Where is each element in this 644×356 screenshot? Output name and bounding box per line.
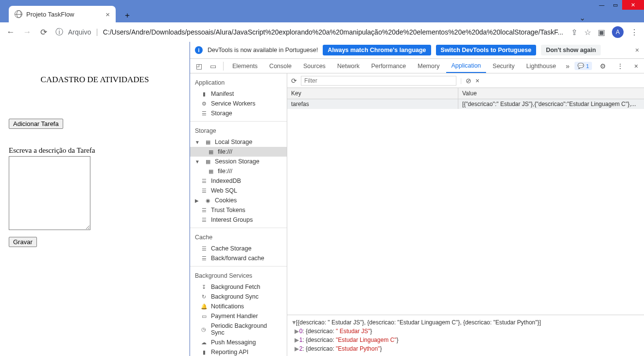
application-sidebar: Application ▮Manifest ⚙Service Workers ☰…: [190, 73, 287, 356]
tabs-chevron-icon[interactable]: ⌄: [579, 14, 586, 22]
textarea-label: Escreva a descrição da Tarefa: [9, 146, 181, 155]
reload-button[interactable]: ⟳: [39, 27, 49, 37]
device-toolbar-icon[interactable]: ▭: [207, 62, 219, 70]
storage-row[interactable]: tarefas [{"descricao":" Estudar JS"},{"d…: [287, 99, 644, 109]
save-button[interactable]: Gravar: [9, 237, 37, 247]
refresh-icon[interactable]: ⟳: [291, 77, 297, 85]
sidebar-section-application: Application: [190, 76, 287, 89]
settings-icon[interactable]: ⚙: [597, 62, 609, 70]
close-tab-icon[interactable]: ×: [105, 10, 110, 18]
back-button[interactable]: ←: [6, 27, 16, 37]
tab-elements[interactable]: Elements: [227, 59, 262, 73]
share-icon[interactable]: ⇪: [571, 28, 577, 37]
sidebar-item-manifest[interactable]: ▮Manifest: [190, 89, 287, 99]
devtools-close-icon[interactable]: ×: [631, 62, 641, 70]
sidebar-item-periodic-sync[interactable]: ◷Periodic Background Sync: [190, 321, 287, 338]
storage-row-key: tarefas: [287, 99, 458, 109]
grid-icon: ▦: [205, 159, 211, 165]
storage-filter-input[interactable]: [301, 76, 456, 86]
url-source-label: Arquivo: [68, 28, 91, 36]
grid-icon: ▦: [205, 139, 211, 145]
banner-match-language-button[interactable]: Always match Chrome's language: [323, 45, 431, 55]
banner-dont-show-button[interactable]: Don't show again: [541, 45, 601, 55]
add-task-button[interactable]: Adicionar Tarefa: [9, 119, 63, 129]
database-icon: ☰: [201, 207, 207, 214]
page-content: CADASTRO DE ATIVIDADES Adicionar Tarefa …: [0, 42, 190, 356]
reading-list-icon[interactable]: ▣: [598, 28, 605, 37]
tab-memory[interactable]: Memory: [413, 59, 444, 73]
forward-button: →: [22, 27, 32, 37]
sidebar-item-session-storage-file[interactable]: ▦file:///: [190, 166, 287, 176]
sync-icon: ↻: [201, 294, 207, 300]
address-bar[interactable]: ⓘ Arquivo | C:/Users/Andre/Downloads/pes…: [55, 25, 564, 39]
sidebar-item-payment-handler[interactable]: ▭Payment Handler: [190, 311, 287, 321]
clock-icon: ◷: [201, 326, 207, 333]
database-icon: ☰: [201, 217, 207, 223]
close-window-button[interactable]: ✕: [622, 0, 644, 10]
minimize-button[interactable]: —: [595, 0, 609, 10]
sidebar-item-storage-summary[interactable]: ☰Storage: [190, 108, 287, 118]
column-value-header[interactable]: Value: [458, 88, 644, 99]
task-description-textarea[interactable]: [9, 156, 90, 230]
sidebar-item-websql[interactable]: ☰Web SQL: [190, 186, 287, 196]
devtools-menu-icon[interactable]: ⋮: [614, 62, 627, 70]
inspect-element-icon[interactable]: ◰: [193, 62, 205, 70]
cloud-icon: ☁: [201, 339, 207, 346]
more-tabs-icon[interactable]: »: [563, 62, 573, 70]
issues-badge[interactable]: 💬 1: [574, 62, 592, 70]
tab-sources[interactable]: Sources: [298, 59, 331, 73]
tab-application[interactable]: Application: [446, 59, 486, 73]
chrome-menu-icon[interactable]: ⋮: [630, 28, 638, 37]
url-text: C:/Users/Andre/Downloads/pessoais/Alura/…: [103, 28, 564, 36]
sidebar-item-service-workers[interactable]: ⚙Service Workers: [190, 99, 287, 108]
browser-toolbar: ← → ⟳ ⓘ Arquivo | C:/Users/Andre/Downloa…: [0, 22, 644, 42]
sidebar-item-interest-groups[interactable]: ☰Interest Groups: [190, 215, 287, 225]
profile-avatar[interactable]: A: [612, 26, 624, 38]
sidebar-item-reporting-api[interactable]: ▮Reporting API: [190, 347, 287, 356]
site-info-icon[interactable]: ⓘ: [55, 27, 63, 37]
sidebar-item-back-forward-cache[interactable]: ☰Back/forward cache: [190, 253, 287, 263]
sidebar-item-cache-storage[interactable]: ☰Cache Storage: [190, 244, 287, 253]
gear-icon: ⚙: [201, 101, 207, 107]
preview-item[interactable]: ▶2: {descricao: "Estudar Python"}: [291, 344, 640, 353]
delete-selected-icon[interactable]: ×: [475, 77, 479, 85]
sidebar-item-local-storage-file[interactable]: ▦file:///: [190, 147, 287, 157]
sidebar-item-session-storage[interactable]: ▼▦Session Storage: [190, 157, 287, 166]
database-icon: ☰: [201, 178, 207, 184]
database-icon: ☰: [201, 246, 207, 252]
sidebar-item-notifications[interactable]: 🔔Notifications: [190, 302, 287, 311]
tab-lighthouse[interactable]: Lighthouse: [522, 59, 561, 73]
sidebar-item-local-storage[interactable]: ▼▦Local Storage: [190, 137, 287, 147]
maximize-button[interactable]: ▭: [609, 0, 622, 10]
credit-card-icon: ▭: [201, 313, 207, 320]
sidebar-item-trust-tokens[interactable]: ☰Trust Tokens: [190, 205, 287, 215]
sidebar-item-background-fetch[interactable]: ↧Background Fetch: [190, 282, 287, 292]
tab-performance[interactable]: Performance: [366, 59, 411, 73]
sidebar-item-push-messaging[interactable]: ☁Push Messaging: [190, 338, 287, 347]
devtools-tabs: ◰ ▭ Elements Console Sources Network Per…: [190, 59, 644, 73]
tab-console[interactable]: Console: [264, 59, 296, 73]
info-icon: i: [195, 46, 203, 54]
preview-item[interactable]: ▶1: {descricao: "Estudar Linguagem C"}: [291, 336, 640, 344]
preview-item[interactable]: ▶0: {descricao: " Estudar JS"}: [291, 327, 640, 336]
column-key-header[interactable]: Key: [287, 88, 458, 99]
storage-panel: ⟳ | ⊘ × Key Value tarefas [{"descricao":…: [287, 73, 644, 356]
browser-tab[interactable]: Projeto TaskFlow ×: [9, 6, 116, 22]
cookie-icon: ◉: [205, 197, 211, 204]
sidebar-section-background: Background Services: [190, 269, 287, 282]
clear-icon[interactable]: ⊘: [466, 77, 471, 85]
database-icon: ☰: [201, 255, 207, 262]
tab-security[interactable]: Security: [488, 59, 520, 73]
storage-value-preview: ▼[{descricao: " Estudar JS"}, {descricao…: [287, 315, 644, 356]
download-icon: ↧: [201, 284, 207, 290]
sidebar-item-indexeddb[interactable]: ☰IndexedDB: [190, 176, 287, 186]
bookmark-icon[interactable]: ☆: [584, 28, 591, 37]
sidebar-item-background-sync[interactable]: ↻Background Sync: [190, 292, 287, 302]
page-heading: CADASTRO DE ATIVIDADES: [9, 75, 181, 85]
sidebar-item-cookies[interactable]: ▶◉Cookies: [190, 196, 287, 205]
banner-close-icon[interactable]: ×: [635, 46, 639, 54]
banner-switch-language-button[interactable]: Switch DevTools to Portuguese: [436, 45, 537, 55]
sidebar-section-storage: Storage: [190, 125, 287, 137]
tab-network[interactable]: Network: [332, 59, 365, 73]
new-tab-button[interactable]: +: [121, 9, 134, 22]
